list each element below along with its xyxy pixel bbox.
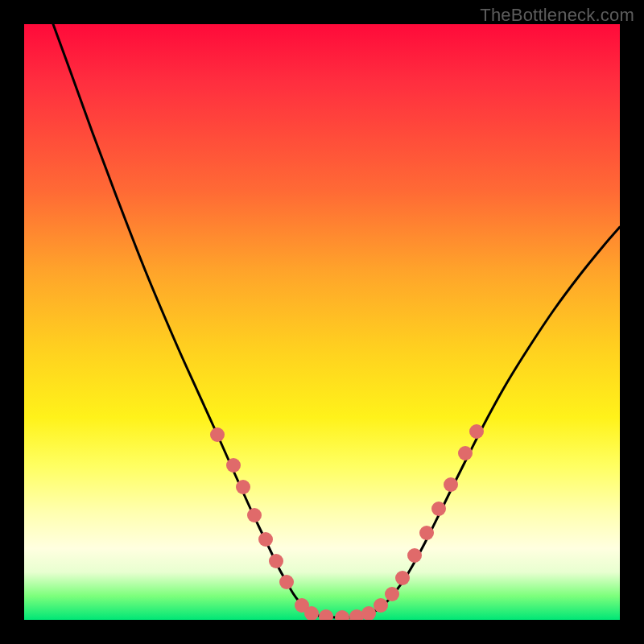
marker-dot [407, 548, 422, 563]
marker-dot [395, 571, 410, 585]
marker-dot [361, 606, 376, 620]
chart-frame: TheBottleneck.com [0, 0, 644, 644]
marker-dot [319, 609, 333, 620]
marker-dot [431, 502, 446, 516]
marker-dot [236, 480, 250, 494]
marker-dot [469, 424, 484, 439]
marker-dot [258, 532, 273, 547]
v-curve-path [53, 24, 620, 617]
marker-dot [279, 575, 294, 589]
marker-dot [374, 598, 388, 613]
marker-dot [419, 526, 434, 540]
marker-dot [269, 554, 283, 568]
chart-svg [24, 24, 620, 620]
curve-markers [210, 424, 484, 620]
marker-dot [226, 458, 241, 473]
plot-area [24, 24, 620, 620]
marker-dot [210, 427, 225, 442]
marker-dot [335, 610, 349, 620]
watermark-text: TheBottleneck.com [480, 5, 634, 26]
marker-dot [444, 477, 458, 492]
marker-dot [458, 446, 473, 460]
marker-dot [385, 587, 399, 601]
marker-dot [247, 508, 262, 522]
